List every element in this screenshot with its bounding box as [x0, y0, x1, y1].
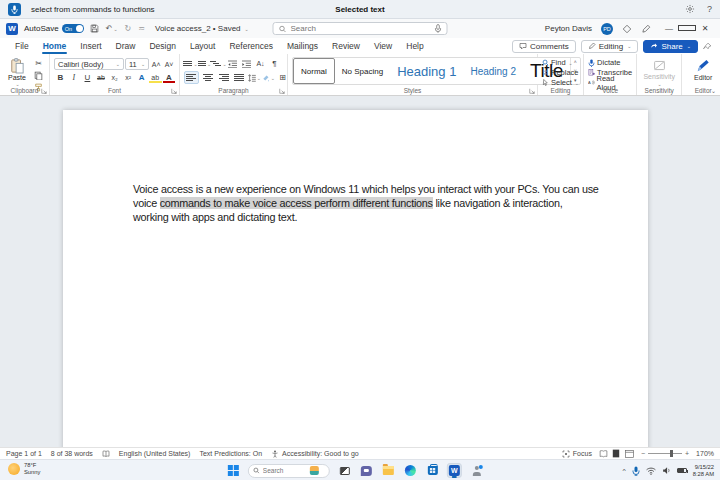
language-indicator[interactable]: English (United States) — [119, 450, 191, 457]
paragraph-text[interactable]: Voice access is a new experience on Wind… — [133, 182, 630, 224]
redo-button[interactable]: ↻ — [125, 24, 132, 33]
task-view-button[interactable] — [337, 463, 352, 478]
share-button[interactable]: Share⌄ — [643, 40, 698, 53]
help-icon[interactable]: ? — [707, 4, 712, 14]
subscript-button[interactable]: x₂ — [108, 72, 121, 83]
tab-design[interactable]: Design — [142, 39, 182, 53]
search-mic-icon[interactable] — [435, 24, 442, 33]
zoom-in-button[interactable]: + — [685, 450, 689, 457]
document-page[interactable]: Voice access is a new experience on Wind… — [63, 110, 648, 447]
tray-mic-icon[interactable] — [632, 466, 640, 476]
tray-expand-chevron[interactable]: ^ — [622, 468, 625, 474]
multilevel-list-button[interactable]: ⌄ — [212, 58, 225, 69]
align-left-button[interactable] — [184, 71, 199, 84]
underline-button[interactable]: U — [81, 72, 94, 83]
microsoft-store-button[interactable] — [425, 463, 440, 478]
print-layout-button[interactable] — [612, 449, 621, 458]
wifi-icon[interactable] — [646, 467, 656, 475]
replace-button[interactable]: Replace — [542, 68, 579, 77]
accessibility-indicator[interactable]: Accessibility: Good to go — [271, 450, 359, 458]
font-size-select[interactable]: 11⌄ — [125, 58, 149, 70]
word-count[interactable]: 8 of 38 words — [51, 450, 93, 457]
close-button[interactable]: ✕ — [696, 24, 714, 33]
find-button[interactable]: Find⌄ — [542, 58, 579, 67]
chat-app-button[interactable] — [359, 463, 374, 478]
text-predictions-indicator[interactable]: Text Predictions: On — [199, 450, 262, 457]
zoom-slider[interactable] — [648, 453, 682, 454]
paste-button[interactable]: Paste ⌄ — [4, 56, 30, 87]
user-name[interactable]: Peyton Davis — [545, 24, 592, 33]
taskbar-search-input[interactable] — [263, 467, 307, 474]
clipboard-dialog-launcher[interactable] — [41, 88, 47, 94]
comments-button[interactable]: Comments — [512, 40, 576, 53]
tab-insert[interactable]: Insert — [73, 39, 108, 53]
align-center-button[interactable] — [200, 71, 215, 84]
shading-button[interactable]: ⌄ — [262, 72, 275, 83]
text-effects-button[interactable]: A — [135, 72, 148, 83]
font-name-select[interactable]: Calibri (Body)⌄ — [54, 58, 124, 70]
tab-references[interactable]: References — [222, 39, 279, 53]
pin-ribbon-icon[interactable] — [703, 42, 712, 51]
align-right-button[interactable] — [216, 71, 231, 84]
highlight-color-button[interactable]: ab — [149, 72, 162, 83]
customize-toolbar-icon[interactable]: ≂ — [138, 24, 145, 33]
proofing-book-icon[interactable] — [102, 450, 110, 458]
bold-button[interactable]: B — [54, 72, 67, 83]
pen-feedback-icon[interactable] — [641, 24, 651, 34]
clock[interactable]: 9/15/22 8:28 AM — [693, 464, 714, 478]
superscript-button[interactable]: x² — [122, 72, 135, 83]
read-aloud-button[interactable]: A Read Aloud — [588, 78, 632, 87]
font-dialog-launcher[interactable] — [171, 88, 177, 94]
ribbon-search-box[interactable] — [273, 22, 448, 35]
autosave-toggle[interactable]: AutoSave On — [24, 24, 84, 33]
numbering-button[interactable]: ⌄ — [198, 58, 211, 69]
word-app-icon[interactable]: W — [6, 23, 18, 35]
edge-browser-button[interactable] — [403, 463, 418, 478]
editing-mode-button[interactable]: Editing⌄ — [581, 40, 639, 53]
voice-access-mic-button[interactable] — [8, 3, 21, 16]
tab-home[interactable]: Home — [36, 39, 74, 53]
line-spacing-button[interactable]: ⌄ — [248, 72, 261, 83]
focus-mode-button[interactable]: Focus — [562, 450, 592, 458]
page-indicator[interactable]: Page 1 of 1 — [6, 450, 42, 457]
dictate-button[interactable]: Dictate — [588, 58, 632, 67]
read-mode-button[interactable] — [599, 449, 608, 458]
tab-help[interactable]: Help — [399, 39, 430, 53]
zoom-level[interactable]: 170% — [696, 450, 714, 457]
undo-button[interactable]: ↶⌄ — [106, 24, 118, 33]
styles-dialog-launcher[interactable] — [529, 88, 535, 94]
settings-gear-icon[interactable] — [685, 4, 695, 14]
style-no-spacing[interactable]: No Spacing — [335, 58, 390, 84]
search-input[interactable] — [291, 24, 431, 33]
zoom-out-button[interactable]: − — [641, 450, 645, 457]
tab-mailings[interactable]: Mailings — [280, 39, 325, 53]
battery-icon[interactable] — [677, 468, 687, 473]
sensitivity-button[interactable]: Sensitivity ⌄ — [641, 56, 677, 87]
grow-font-button[interactable]: A˄ — [150, 59, 162, 70]
paragraph-dialog-launcher[interactable] — [279, 88, 285, 94]
tab-file[interactable]: File — [8, 39, 36, 53]
editor-button[interactable]: Editor — [686, 56, 720, 81]
tab-review[interactable]: Review — [325, 39, 367, 53]
maximize-button[interactable] — [678, 24, 696, 33]
style-heading-2[interactable]: Heading 2 — [463, 58, 523, 84]
start-button[interactable] — [226, 463, 241, 478]
decrease-indent-button[interactable] — [226, 58, 239, 69]
save-icon[interactable] — [90, 24, 99, 33]
tab-draw[interactable]: Draw — [109, 39, 143, 53]
font-color-button[interactable]: A — [163, 72, 176, 83]
collapse-ribbon-button[interactable]: ⌄ — [711, 87, 716, 94]
justify-button[interactable] — [232, 71, 247, 84]
style-heading-1[interactable]: Heading 1 — [390, 58, 463, 84]
minimize-button[interactable]: — — [660, 24, 678, 33]
document-canvas[interactable]: Voice access is a new experience on Wind… — [0, 96, 720, 447]
person-app-button[interactable] — [469, 463, 484, 478]
sort-button[interactable]: A↓ — [254, 58, 267, 69]
volume-icon[interactable] — [662, 466, 671, 475]
tab-layout[interactable]: Layout — [183, 39, 223, 53]
shrink-font-button[interactable]: A˅ — [163, 59, 175, 70]
taskbar-search-box[interactable] — [248, 464, 330, 478]
document-title[interactable]: Voice access_2 • Saved⌄ — [155, 24, 249, 33]
cut-button[interactable]: ✂ — [32, 58, 45, 69]
select-button[interactable]: Select⌄ — [542, 78, 579, 87]
